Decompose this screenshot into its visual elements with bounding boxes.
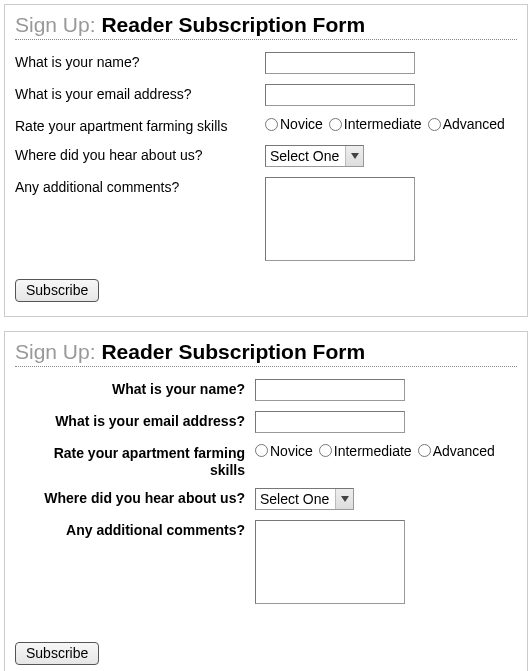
skill-intermediate-radio[interactable] (319, 444, 332, 457)
skill-advanced-label: Advanced (433, 443, 495, 459)
row-source: Where did you hear about us? Select One (15, 488, 517, 510)
skill-novice-radio[interactable] (265, 118, 278, 131)
heading-lead: Sign Up: (15, 340, 101, 363)
subscribe-button[interactable]: Subscribe (15, 279, 99, 302)
label-source: Where did you hear about us? (15, 145, 265, 164)
comments-textarea[interactable] (255, 520, 405, 604)
label-comments: Any additional comments? (15, 177, 265, 196)
label-skills: Rate your apartment farming skills (15, 443, 255, 479)
email-input[interactable] (265, 84, 415, 106)
skill-novice-radio[interactable] (255, 444, 268, 457)
row-name: What is your name? (15, 379, 517, 401)
comments-textarea[interactable] (265, 177, 415, 261)
skill-intermediate-label: Intermediate (334, 443, 412, 459)
heading-lead: Sign Up: (15, 13, 101, 36)
svg-marker-0 (351, 153, 359, 159)
form-heading: Sign Up: Reader Subscription Form (15, 13, 517, 40)
row-source: Where did you hear about us? Select One (15, 145, 517, 167)
label-name: What is your name? (15, 379, 255, 398)
chevron-down-icon (335, 489, 353, 509)
label-source: Where did you hear about us? (15, 488, 255, 507)
skill-intermediate-radio[interactable] (329, 118, 342, 131)
source-select-value: Select One (256, 489, 335, 509)
email-input[interactable] (255, 411, 405, 433)
row-skills: Rate your apartment farming skills Novic… (15, 443, 517, 479)
row-skills: Rate your apartment farming skills Novic… (15, 116, 517, 135)
source-select[interactable]: Select One (255, 488, 354, 510)
label-name: What is your name? (15, 52, 265, 71)
source-select-value: Select One (266, 146, 345, 166)
label-skills: Rate your apartment farming skills (15, 116, 265, 135)
label-email: What is your email address? (15, 84, 265, 103)
svg-marker-1 (341, 496, 349, 502)
chevron-down-icon (345, 146, 363, 166)
subscribe-button[interactable]: Subscribe (15, 642, 99, 665)
row-email: What is your email address? (15, 411, 517, 433)
skill-advanced-radio[interactable] (428, 118, 441, 131)
row-comments: Any additional comments? (15, 177, 517, 261)
form-variant-left-aligned: Sign Up: Reader Subscription Form What i… (4, 4, 528, 317)
heading-title: Reader Subscription Form (101, 13, 365, 36)
skill-intermediate-label: Intermediate (344, 116, 422, 132)
row-email: What is your email address? (15, 84, 517, 106)
label-comments: Any additional comments? (15, 520, 255, 539)
skill-advanced-radio[interactable] (418, 444, 431, 457)
row-comments: Any additional comments? (15, 520, 517, 604)
name-input[interactable] (265, 52, 415, 74)
heading-title: Reader Subscription Form (101, 340, 365, 363)
skill-novice-label: Novice (280, 116, 323, 132)
label-email: What is your email address? (15, 411, 255, 430)
skill-novice-label: Novice (270, 443, 313, 459)
source-select[interactable]: Select One (265, 145, 364, 167)
row-name: What is your name? (15, 52, 517, 74)
form-heading: Sign Up: Reader Subscription Form (15, 340, 517, 367)
form-variant-right-aligned: Sign Up: Reader Subscription Form What i… (4, 331, 528, 671)
name-input[interactable] (255, 379, 405, 401)
skill-advanced-label: Advanced (443, 116, 505, 132)
